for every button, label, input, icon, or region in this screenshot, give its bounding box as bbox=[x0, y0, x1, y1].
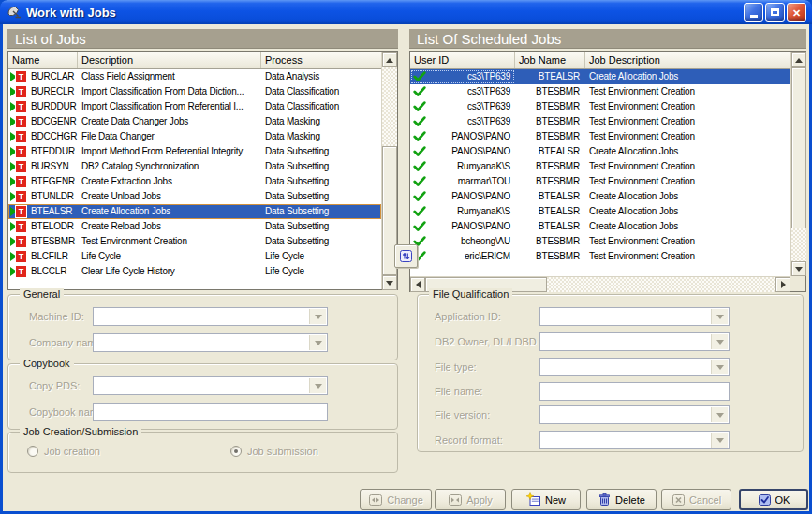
change-button[interactable]: Change bbox=[360, 489, 432, 510]
db2-owner-combobox[interactable] bbox=[539, 332, 730, 351]
job-list-row[interactable]: TBLCFILRLife CycleLife Cycle bbox=[8, 249, 381, 264]
job-process: Data Subsetting bbox=[261, 234, 381, 249]
scheduled-job-row[interactable]: bcheong\AUBTESBMRTest Environment Creati… bbox=[410, 234, 790, 249]
column-header-user-id[interactable]: User ID bbox=[410, 52, 515, 68]
job-list-row[interactable]: TBTELODRCreate Reload JobsData Subsettin… bbox=[8, 219, 381, 234]
job-creation-radio[interactable] bbox=[27, 446, 38, 457]
db2-owner-label: DB2 Owner, DL/I DBD bbox=[435, 336, 537, 347]
scrollbar-track[interactable] bbox=[791, 67, 806, 261]
record-format-combobox[interactable] bbox=[539, 431, 730, 449]
scroll-up-button[interactable] bbox=[382, 52, 397, 67]
scheduled-job-name: BTESBMR bbox=[515, 84, 585, 99]
company-name-combobox[interactable] bbox=[93, 333, 328, 352]
job-list-row[interactable]: TBTESBMRTest Environment CreationData Su… bbox=[8, 234, 381, 249]
job-type-icon: T bbox=[10, 161, 29, 172]
cancel-button[interactable]: Cancel bbox=[661, 489, 731, 510]
scrollbar-thumb[interactable] bbox=[791, 67, 806, 228]
job-process: Data Subsetting bbox=[261, 144, 381, 159]
scroll-down-icon bbox=[795, 267, 803, 272]
job-list-row[interactable]: TBTEDDURImport Method From Referential I… bbox=[8, 144, 381, 159]
job-name: BDCGENR bbox=[31, 114, 77, 129]
scroll-down-button[interactable] bbox=[791, 261, 806, 276]
scheduled-job-row[interactable]: cs3\TP639BTESBMRTest Environment Creatio… bbox=[410, 84, 790, 99]
dropdown-arrow-icon[interactable] bbox=[309, 378, 326, 393]
general-legend: General bbox=[20, 288, 64, 301]
file-version-combobox[interactable] bbox=[539, 405, 730, 424]
red-t-badge-icon: T bbox=[16, 146, 26, 157]
ok-button-label: OK bbox=[775, 494, 790, 506]
scroll-right-button[interactable] bbox=[775, 277, 790, 292]
job-list-row[interactable]: TBURSYNDB2 Catalog SynchronizationData S… bbox=[8, 159, 381, 174]
scheduled-job-row[interactable]: eric\ERICMBTESBMRTest Environment Creati… bbox=[410, 249, 790, 264]
job-process: Data Analysis bbox=[261, 69, 381, 84]
job-list-row[interactable]: TBLCCLRClear Life Cycle HistoryLife Cycl… bbox=[8, 264, 381, 279]
job-list-row[interactable]: TBURECLRImport Classification From Data … bbox=[8, 84, 381, 99]
job-list-column-headers: Name Description Process bbox=[8, 52, 381, 69]
scroll-up-button[interactable] bbox=[791, 52, 806, 67]
job-list-row[interactable]: TBURCLARClass Field AssignmentData Analy… bbox=[8, 69, 381, 84]
job-description: Class Field Assignment bbox=[78, 69, 261, 84]
job-list-row[interactable]: TBDCGENRCreate Data Changer JobsData Mas… bbox=[8, 114, 381, 129]
maximize-icon bbox=[771, 8, 779, 16]
dropdown-arrow-icon[interactable] bbox=[711, 334, 728, 349]
scheduled-job-name: BTESBMR bbox=[515, 234, 585, 249]
column-header-process[interactable]: Process bbox=[261, 52, 381, 68]
scheduled-job-row[interactable]: PANOS\PANOBTEALSRCreate Allocation Jobs bbox=[410, 219, 790, 234]
scheduled-job-row[interactable]: PANOS\PANOBTEALSRCreate Allocation Jobs bbox=[410, 144, 790, 159]
transfer-job-button[interactable] bbox=[394, 244, 418, 268]
scroll-left-button[interactable] bbox=[410, 277, 425, 292]
copybook-name-input[interactable] bbox=[93, 403, 328, 421]
scheduled-list-vertical-scrollbar[interactable] bbox=[790, 52, 806, 276]
scheduled-job-row[interactable]: cs3\TP639BTEALSRCreate Allocation Jobs bbox=[410, 69, 790, 84]
maximize-button[interactable] bbox=[765, 3, 785, 22]
job-description: Import Classification From Data Diction.… bbox=[78, 84, 261, 99]
scheduled-job-row[interactable]: RumyanaK\SBTEALSRCreate Allocation Jobs bbox=[410, 204, 790, 219]
apply-button[interactable]: Apply bbox=[435, 489, 506, 510]
minimize-button[interactable] bbox=[744, 3, 763, 22]
window-controls bbox=[744, 3, 806, 22]
job-list-row[interactable]: TBTEGENRCreate Extraction JobsData Subse… bbox=[8, 174, 381, 189]
dropdown-arrow-icon[interactable] bbox=[711, 433, 728, 448]
dropdown-arrow-icon[interactable] bbox=[711, 407, 728, 422]
scheduled-user-id: marmar\TOU bbox=[430, 174, 510, 189]
job-name: BLCCLR bbox=[31, 264, 66, 279]
scheduled-job-row[interactable]: cs3\TP639BTESBMRTest Environment Creatio… bbox=[410, 114, 790, 129]
job-type-icon: T bbox=[10, 221, 29, 232]
column-header-job-description[interactable]: Job Description bbox=[585, 52, 790, 68]
scheduled-job-row[interactable]: PANOS\PANOBTEALSRCreate Allocation Jobs bbox=[410, 189, 790, 204]
copy-pds-combobox[interactable] bbox=[93, 376, 328, 395]
column-header-description[interactable]: Description bbox=[78, 52, 261, 68]
dropdown-arrow-icon[interactable] bbox=[309, 309, 326, 324]
scheduled-job-row[interactable]: cs3\TP639BTESBMRTest Environment Creatio… bbox=[410, 99, 790, 114]
column-header-name[interactable]: Name bbox=[8, 52, 78, 68]
delete-button[interactable]: Delete bbox=[586, 489, 657, 510]
job-submission-radio[interactable] bbox=[230, 446, 242, 457]
application-id-combobox[interactable] bbox=[539, 307, 730, 326]
dropdown-arrow-icon[interactable] bbox=[711, 360, 728, 374]
dropdown-arrow-icon[interactable] bbox=[711, 309, 728, 324]
job-list-row[interactable]: TBTUNLDRCreate Unload JobsData Subsettin… bbox=[8, 189, 381, 204]
scheduled-job-row[interactable]: RumyanaK\SBTESBMRTest Environment Creati… bbox=[410, 159, 790, 174]
job-list-row[interactable]: TBDCCHGRFile Data ChangerData Masking bbox=[8, 129, 381, 144]
job-description: Create Reload Jobs bbox=[78, 219, 261, 234]
job-creation-radio-label: Job creation bbox=[44, 446, 100, 457]
file-type-combobox[interactable] bbox=[539, 358, 730, 376]
column-header-job-name[interactable]: Job Name bbox=[515, 52, 585, 68]
ok-button[interactable]: OK bbox=[739, 489, 808, 510]
scheduled-job-description: Test Environment Creation bbox=[585, 99, 790, 114]
scheduled-job-row[interactable]: marmar\TOUBTESBMRTest Environment Creati… bbox=[410, 174, 790, 189]
scheduled-job-row[interactable]: PANOS\PANOBTESBMRTest Environment Creati… bbox=[410, 129, 790, 144]
scheduled-user-id: cs3\TP639 bbox=[430, 84, 510, 99]
scroll-down-button[interactable] bbox=[382, 275, 397, 290]
close-button[interactable] bbox=[787, 3, 806, 22]
titlebar: Work with Jobs bbox=[0, 0, 812, 24]
dropdown-arrow-icon[interactable] bbox=[309, 335, 326, 350]
file-name-input[interactable] bbox=[539, 382, 730, 401]
scheduled-job-name: BTEALSR bbox=[515, 219, 585, 234]
machine-id-combobox[interactable] bbox=[93, 307, 328, 326]
job-list-row[interactable]: TBTEALSRCreate Allocation JobsData Subse… bbox=[8, 204, 381, 219]
job-process: Life Cycle bbox=[261, 249, 381, 264]
red-t-badge-icon: T bbox=[16, 101, 26, 112]
job-list-row[interactable]: TBURDDURImport Classification From Refer… bbox=[8, 99, 381, 114]
new-button[interactable]: New bbox=[511, 489, 581, 510]
